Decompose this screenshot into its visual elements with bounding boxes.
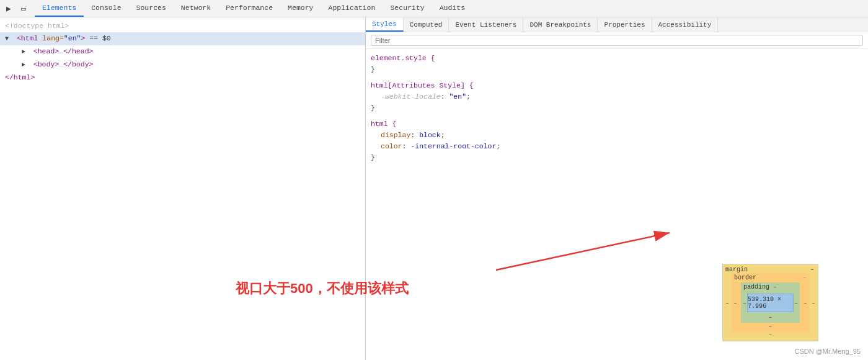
box-margin-dash: – bbox=[810, 266, 814, 273]
css-prop-webkit-locale: -webkit-locale: "en"; bbox=[371, 92, 471, 101]
subtab-properties[interactable]: Properties bbox=[598, 17, 652, 32]
dom-line-html-close: </html> bbox=[0, 71, 365, 84]
head-tag: <head> bbox=[33, 47, 59, 55]
subtab-dom-breakpoints[interactable]: DOM Breakpoints bbox=[523, 17, 598, 32]
tab-elements[interactable]: Elements bbox=[35, 0, 84, 17]
box-margin-right: – bbox=[812, 299, 815, 306]
tab-network[interactable]: Network bbox=[174, 0, 218, 17]
box-border-label: border bbox=[734, 274, 756, 281]
html-lang-value: "en" bbox=[64, 34, 81, 42]
css-prop-display: display: block; bbox=[371, 131, 445, 139]
tab-performance[interactable]: Performance bbox=[218, 0, 280, 17]
subtab-styles[interactable]: Styles bbox=[366, 17, 404, 32]
devtools-toolbar: ▶ ▭ Elements Console Sources Network Per… bbox=[0, 0, 868, 17]
tab-bar: Elements Console Sources Network Perform… bbox=[35, 0, 472, 17]
css-close-brace-3: } bbox=[371, 153, 375, 161]
css-close-brace-2: } bbox=[371, 104, 375, 112]
css-block-html: html { display: block; color: -internal-… bbox=[371, 119, 863, 163]
styles-panel: Styles Computed Event Listeners DOM Brea… bbox=[366, 17, 868, 360]
box-border-left: – bbox=[733, 299, 737, 306]
chinese-annotation: 视口大于500，不使用该样式 bbox=[236, 279, 409, 298]
css-close-brace-1: } bbox=[371, 65, 375, 73]
box-border-dash: – bbox=[803, 274, 807, 281]
tab-security[interactable]: Security bbox=[383, 0, 432, 17]
toolbar-icons: ▶ ▭ bbox=[2, 2, 30, 15]
html-eq-sign: == $0 bbox=[85, 34, 110, 42]
main-layout: <!doctype html> ▼ <html lang="en"> == $0… bbox=[0, 17, 868, 360]
dom-line-head[interactable]: ► <head>…</head> bbox=[0, 45, 365, 58]
box-padding: padding – – – – 539.310 × 7.996 bbox=[741, 282, 800, 323]
box-margin-bottom: – bbox=[768, 331, 772, 338]
dom-panel: <!doctype html> ▼ <html lang="en"> == $0… bbox=[0, 17, 366, 360]
dom-line-html[interactable]: ▼ <html lang="en"> == $0 bbox=[0, 32, 365, 45]
css-block-html-attr: html[Attributes Style] { -webkit-locale:… bbox=[371, 80, 863, 114]
html-lang-attr: lang= bbox=[42, 34, 64, 42]
css-prop-color: color: -internal-root-color; bbox=[371, 142, 500, 150]
html-open-tag: <html bbox=[17, 34, 42, 42]
box-padding-right: – bbox=[794, 299, 798, 306]
box-border-bottom: – bbox=[768, 323, 772, 330]
mobile-icon[interactable]: ▭ bbox=[17, 2, 30, 15]
body-tag: <body> bbox=[33, 60, 59, 68]
box-border: border – – – – padding – – – – 539.310 ×… bbox=[732, 273, 809, 332]
box-border-right: – bbox=[804, 299, 807, 306]
filter-input[interactable] bbox=[371, 35, 863, 46]
dom-line-body[interactable]: ► <body>…</body> bbox=[0, 58, 365, 71]
box-margin-left: – bbox=[725, 299, 729, 306]
styles-subtabs: Styles Computed Event Listeners DOM Brea… bbox=[366, 17, 868, 32]
tab-sources[interactable]: Sources bbox=[129, 0, 174, 17]
box-margin-label: margin bbox=[725, 266, 748, 273]
box-padding-bottom: – bbox=[768, 314, 772, 321]
css-selector-html: html { bbox=[371, 120, 396, 128]
subtab-event-listeners[interactable]: Event Listeners bbox=[449, 17, 523, 32]
box-padding-label: padding – bbox=[743, 284, 777, 290]
tab-memory[interactable]: Memory bbox=[280, 0, 321, 17]
html-close: </html> bbox=[5, 73, 35, 81]
box-dimensions-value: 539.310 × 7.996 bbox=[748, 296, 793, 310]
expand-arrow-html[interactable]: ▼ bbox=[5, 34, 12, 45]
subtab-accessibility[interactable]: Accessibility bbox=[652, 17, 719, 32]
box-inner-dimensions: 539.310 × 7.996 bbox=[747, 294, 794, 312]
css-block-element-style: element.style { } bbox=[371, 53, 863, 75]
subtab-computed[interactable]: Computed bbox=[404, 17, 450, 32]
css-selector-element-style: element.style { bbox=[371, 54, 435, 62]
dom-line-doctype: <!doctype html> bbox=[0, 20, 365, 32]
csdn-watermark: CSDN @Mr.Meng_95 bbox=[794, 348, 861, 355]
doctype-text: <!doctype html> bbox=[5, 22, 69, 30]
expand-arrow-head[interactable]: ► bbox=[22, 47, 29, 58]
tab-console[interactable]: Console bbox=[84, 0, 128, 17]
cursor-icon[interactable]: ▶ bbox=[2, 2, 15, 15]
tab-application[interactable]: Application bbox=[321, 0, 383, 17]
css-selector-html-attr: html[Attributes Style] { bbox=[371, 81, 474, 89]
tab-audits[interactable]: Audits bbox=[432, 0, 472, 17]
box-margin: margin – – – – border – – – – padding – … bbox=[722, 264, 818, 341]
expand-arrow-body[interactable]: ► bbox=[22, 60, 29, 71]
filter-bar bbox=[366, 32, 868, 49]
box-padding-left: – bbox=[743, 299, 746, 306]
box-model-area: margin – – – – border – – – – padding – … bbox=[722, 264, 818, 341]
